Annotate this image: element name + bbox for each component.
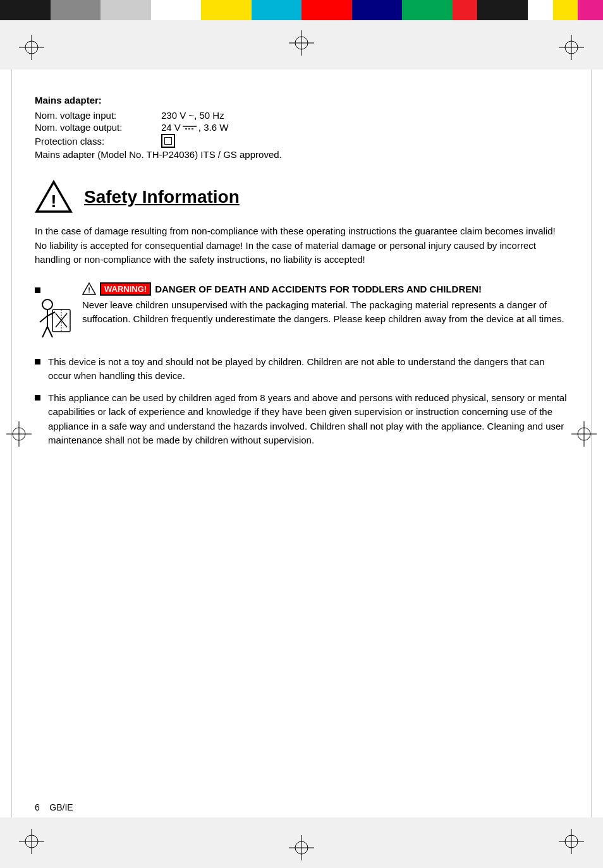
bullet-item: This device is not a toy and should not … <box>35 355 568 383</box>
color-bar-segment <box>427 0 453 20</box>
svg-line-30 <box>40 316 47 322</box>
color-bar-segment <box>377 0 402 20</box>
bullet-item-text: This appliance can be used by children a… <box>48 391 568 448</box>
bullet-list: This device is not a toy and should not … <box>35 355 568 448</box>
warning-triangle-icon: ! <box>35 179 73 214</box>
color-bar-segment <box>352 0 377 20</box>
color-bar-segment <box>51 0 76 20</box>
main-content: Mains adapter: Nom. voltage input: 230 V… <box>35 76 568 811</box>
spec-row-voltage-output: Nom. voltage output: 24 V , 3.6 W <box>35 121 568 133</box>
color-bar-segment <box>302 0 327 20</box>
safety-header: ! Safety Information <box>35 179 568 214</box>
color-bar-segment <box>528 0 553 20</box>
danger-block-left <box>35 282 76 349</box>
color-bar-segment <box>100 0 126 20</box>
spec-table: Nom. voltage input: 230 V ~, 50 Hz Nom. … <box>35 109 568 160</box>
color-bar-segment <box>252 0 277 20</box>
safety-title: Safety Information <box>84 187 240 207</box>
warning-title: DANGER OF DEATH AND ACCIDENTS FOR TODDLE… <box>155 284 482 294</box>
color-bar-segment <box>402 0 427 20</box>
spec-row-protection: Protection class: <box>35 133 568 148</box>
svg-point-28 <box>42 299 52 310</box>
spec-value-model: Mains adapter (Model No. TH-P24036) ITS … <box>35 148 568 160</box>
reg-mark-right-mid <box>571 421 597 447</box>
svg-text:!: ! <box>88 286 90 294</box>
color-bar-segment <box>502 0 528 20</box>
spec-label-voltage-input: Nom. voltage input: <box>35 109 161 121</box>
spec-label-voltage-output: Nom. voltage output: <box>35 121 161 133</box>
spec-row-model: Mains adapter (Model No. TH-P24036) ITS … <box>35 148 568 160</box>
bullet-item: This appliance can be used by children a… <box>35 391 568 448</box>
svg-text:!: ! <box>51 191 56 211</box>
region-label: GB/IE <box>49 802 73 812</box>
color-bar-segment <box>477 0 502 20</box>
mains-adapter-section: Mains adapter: Nom. voltage input: 230 V… <box>35 95 568 160</box>
color-bar <box>0 0 603 20</box>
color-bar-segment <box>327 0 352 20</box>
reg-mark-top-right <box>559 35 584 60</box>
spec-value-voltage-output: 24 V , 3.6 W <box>161 121 568 133</box>
page-number: 6 <box>35 802 40 812</box>
spec-value-voltage-input: 230 V ~, 50 Hz <box>161 109 568 121</box>
color-bar-segment <box>276 0 302 20</box>
warning-small-triangle-icon: ! <box>82 282 96 295</box>
safety-intro-text: In the case of damage resulting from non… <box>35 224 568 267</box>
mains-adapter-title: Mains adapter: <box>35 95 568 105</box>
color-bar-segment <box>226 0 252 20</box>
reg-mark-left-mid <box>6 421 32 447</box>
spec-value-protection <box>161 133 568 148</box>
color-bar-segment <box>201 0 226 20</box>
spec-label-protection: Protection class: <box>35 133 161 148</box>
page-footer: 6 GB/IE <box>35 802 568 812</box>
svg-line-31 <box>47 312 55 316</box>
reg-mark-center-top <box>289 30 314 56</box>
reg-mark-center-bottom <box>289 835 314 860</box>
color-bar-segment <box>553 0 578 20</box>
reg-mark-bottom-left <box>19 829 44 854</box>
bullet-item-text: This device is not a toy and should not … <box>48 355 568 383</box>
protection-class-symbol <box>161 134 175 148</box>
color-bar-segment <box>25 0 51 20</box>
danger-block-right: ! WARNING! DANGER OF DEATH AND ACCIDENTS… <box>82 282 568 327</box>
dc-symbol <box>182 124 197 133</box>
warning-body-text: Never leave children unsupervised with t… <box>82 298 568 327</box>
color-bar-segment <box>151 0 176 20</box>
safety-section: ! Safety Information In the case of dama… <box>35 179 568 448</box>
svg-line-32 <box>42 327 47 337</box>
color-bar-segment <box>126 0 151 20</box>
bullet-square-icon <box>35 359 40 365</box>
color-bar-segment <box>453 0 478 20</box>
spec-row-voltage-input: Nom. voltage input: 230 V ~, 50 Hz <box>35 109 568 121</box>
child-danger-icon <box>35 298 76 349</box>
reg-mark-top-left <box>19 35 44 60</box>
reg-mark-bottom-right <box>559 829 584 854</box>
color-bar-segment <box>0 0 25 20</box>
color-bar-segment <box>176 0 201 20</box>
bullet-square-icon <box>35 395 40 401</box>
svg-line-33 <box>47 327 52 337</box>
bullet-danger <box>35 287 40 293</box>
danger-block: ! WARNING! DANGER OF DEATH AND ACCIDENTS… <box>35 282 568 349</box>
warning-label-row: ! WARNING! DANGER OF DEATH AND ACCIDENTS… <box>82 282 568 296</box>
color-bar-segment <box>578 0 603 20</box>
color-bar-segment <box>75 0 100 20</box>
warning-badge: WARNING! <box>100 282 151 296</box>
